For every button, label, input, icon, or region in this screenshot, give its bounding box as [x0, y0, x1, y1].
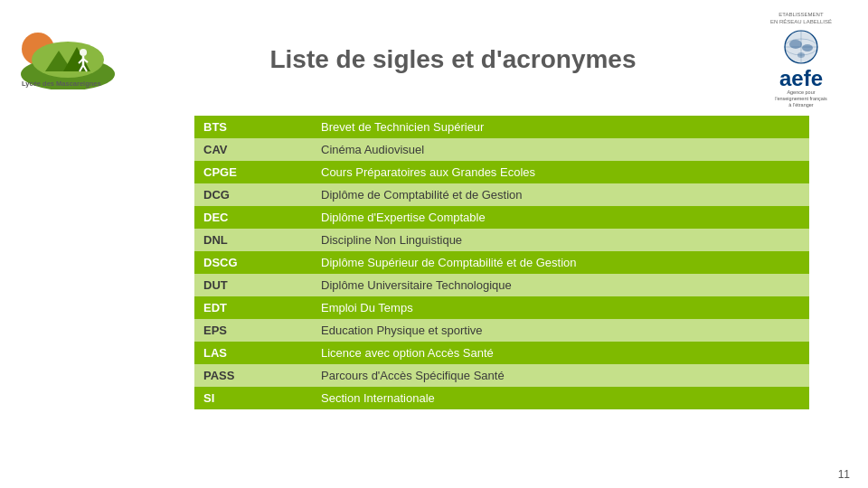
- table-row: DCGDiplôme de Comptabilité et de Gestion: [194, 183, 809, 206]
- header: Lycée des Mascareignes Liste de sigles e…: [0, 0, 868, 116]
- table-row: PASSParcours d'Accès Spécifique Santé: [194, 364, 809, 387]
- logo-lycee: Lycée des Mascareignes: [18, 31, 118, 89]
- table-row: EPSEducation Physique et sportive: [194, 319, 809, 342]
- svg-point-5: [80, 49, 87, 56]
- page-number: 11: [838, 468, 850, 481]
- definition-cell: Diplôme Supérieur de Comptabilité et de …: [312, 251, 809, 274]
- table-row: DNLDiscipline Non Linguistique: [194, 229, 809, 251]
- acronym-cell: BTS: [194, 116, 312, 138]
- definition-cell: Diplôme d'Expertise Comptable: [312, 206, 809, 229]
- definition-cell: Education Physique et sportive: [312, 319, 809, 342]
- definition-cell: Emploi Du Temps: [312, 296, 809, 319]
- definition-cell: Discipline Non Linguistique: [312, 229, 809, 251]
- acronym-cell: LAS: [194, 342, 312, 364]
- acronym-cell: EDT: [194, 296, 312, 319]
- definition-cell: Cinéma Audiovisuel: [312, 138, 809, 161]
- definition-cell: Diplôme Universitaire Technologique: [312, 274, 809, 296]
- page-title: Liste de sigles et d'acronymes: [136, 45, 770, 74]
- acronym-cell: EPS: [194, 319, 312, 342]
- table-row: EDTEmploi Du Temps: [194, 296, 809, 319]
- acronym-table-container: BTSBrevet de Technicien SupérieurCAVCiné…: [0, 116, 868, 409]
- table-row: DSCGDiplôme Supérieur de Comptabilité et…: [194, 251, 809, 274]
- acronym-cell: DEC: [194, 206, 312, 229]
- table-row: LASLicence avec option Accès Santé: [194, 342, 809, 364]
- table-row: DUTDiplôme Universitaire Technologique: [194, 274, 809, 296]
- page: Lycée des Mascareignes Liste de sigles e…: [0, 0, 868, 488]
- acronym-cell: DCG: [194, 183, 312, 206]
- aefe-tagline: Agence pourl'enseignement françaisà l'ét…: [775, 89, 827, 108]
- aefe-subtitle: ETABLISSEMENT EN RÉSEAU LABELLISÉ: [770, 11, 832, 26]
- table-row: SISection Internationale: [194, 387, 809, 409]
- acronym-cell: CPGE: [194, 161, 312, 183]
- table-row: DECDiplôme d'Expertise Comptable: [194, 206, 809, 229]
- acronym-cell: PASS: [194, 364, 312, 387]
- acronym-cell: DSCG: [194, 251, 312, 274]
- definition-cell: Licence avec option Accès Santé: [312, 342, 809, 364]
- svg-text:Lycée des Mascareignes: Lycée des Mascareignes: [22, 80, 101, 88]
- table-row: CAVCinéma Audiovisuel: [194, 138, 809, 161]
- globe-icon: [782, 28, 820, 66]
- acronym-cell: DNL: [194, 229, 312, 251]
- definition-cell: Parcours d'Accès Spécifique Santé: [312, 364, 809, 387]
- table-row: CPGECours Préparatoires aux Grandes Ecol…: [194, 161, 809, 183]
- svg-point-14: [789, 40, 802, 49]
- logo-aefe: ETABLISSEMENT EN RÉSEAU LABELLISÉ: [770, 11, 832, 108]
- acronym-cell: SI: [194, 387, 312, 409]
- acronym-table: BTSBrevet de Technicien SupérieurCAVCiné…: [194, 116, 809, 409]
- aefe-logo-text: aefe: [779, 68, 823, 89]
- definition-cell: Diplôme de Comptabilité et de Gestion: [312, 183, 809, 206]
- definition-cell: Section Internationale: [312, 387, 809, 409]
- acronym-cell: CAV: [194, 138, 312, 161]
- acronym-cell: DUT: [194, 274, 312, 296]
- svg-point-2: [32, 42, 104, 78]
- definition-cell: Brevet de Technicien Supérieur: [312, 116, 809, 138]
- table-row: BTSBrevet de Technicien Supérieur: [194, 116, 809, 138]
- svg-point-15: [802, 44, 813, 52]
- definition-cell: Cours Préparatoires aux Grandes Ecoles: [312, 161, 809, 183]
